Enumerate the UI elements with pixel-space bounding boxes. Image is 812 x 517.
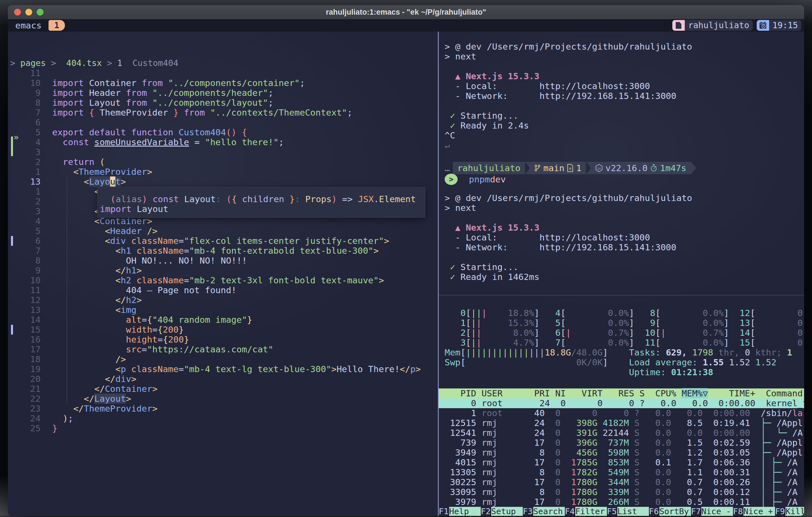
line-number: 21	[17, 384, 40, 394]
process-row[interactable]: 0 root 24 0 0 0 ? 0.0 0.0 0:00.00 kernel…	[439, 398, 804, 408]
code-line[interactable]: 6	[17, 118, 421, 127]
fn-key-f5[interactable]: F5	[607, 507, 617, 516]
line-number: 8	[17, 256, 40, 266]
process-row[interactable]: 12541 rmj 24 0 391G 22144 S 0.0 0.0 0:00…	[439, 428, 804, 438]
git-gutter-changed-mark-2	[11, 325, 13, 335]
code-line[interactable]: 2 return (	[17, 157, 421, 167]
process-row[interactable]: 12515 rmj 24 0 398G 4182M S 0.0 8.5 0:19…	[439, 418, 804, 428]
code-line[interactable]: 6 <div className="flex-col items-center …	[17, 236, 421, 246]
fn-key-f4[interactable]: F4	[565, 507, 575, 516]
fn-key-f2[interactable]: F2	[481, 507, 491, 516]
code-line[interactable]: 14 alt={"404 random image"}	[17, 315, 421, 325]
code-line[interactable]: 4 const someUnusedVariable = "hello ther…	[17, 137, 421, 147]
prompt-ellipsis: …	[445, 163, 450, 173]
changed-file-icon: ±	[567, 164, 573, 172]
lsp-hover-popup: (alias) const Layout: ({ children }: Pro…	[97, 187, 425, 218]
code-line[interactable]: 5 <Header />	[17, 226, 421, 236]
powerline-separator	[525, 162, 530, 174]
fn-key-f1[interactable]: F1	[439, 507, 449, 516]
code-line[interactable]: 25}	[17, 423, 421, 433]
meter-line: 3[|| 4.7%] 7[ 0.0%] 11[ 0.0%] 15[ 0.0%]	[445, 338, 804, 347]
fn-label-f2[interactable]: Setup	[491, 507, 523, 516]
process-row[interactable]: 1 root 40 0 0 0 ? 0.0 0.0 0:00.00 /sbin/…	[439, 408, 804, 418]
prompt-git-segment: main ± 1	[530, 162, 586, 174]
code-line[interactable]: 13 <Layout>	[17, 177, 421, 187]
line-number: 17	[17, 344, 40, 354]
code-line[interactable]: 4 <Container>	[17, 216, 421, 226]
htop-function-key-bar: F1Help F2Setup F3SearchF4FilterF5List F6…	[439, 507, 804, 516]
line-number: 10	[17, 275, 40, 285]
process-row[interactable]: 4015 rmj 17 0 1785G 853M S 0.1 1.7 0:06.…	[439, 458, 804, 467]
process-row[interactable]: 33095 rmj 8 0 1780G 339M S 0.0 0.7 0:00.…	[439, 487, 804, 497]
line-number: 20	[17, 374, 40, 384]
emacs-pane[interactable]: > pages > 404.tsx > 1 Custom404 1110impo…	[8, 32, 438, 516]
code-line[interactable]: 11 404 – Page not found!	[17, 285, 421, 295]
process-row[interactable]: 3979 rmj 17 0 1780G 266M S 0.0 0.5 0:00.…	[439, 497, 804, 507]
prompt-user-segment: rahuljuliato	[453, 162, 525, 174]
process-row[interactable]: 3949 rmj 8 0 456G 598M S 0.0 1.2 0:03.05…	[439, 448, 804, 458]
powerline-end	[691, 162, 696, 174]
fn-key-f8[interactable]: F8	[733, 507, 744, 516]
fn-label-f1[interactable]: Help	[449, 507, 481, 516]
process-row[interactable]: 739 rmj 17 0 396G 737M S 0.0 1.5 0:02.59…	[439, 438, 804, 448]
code-line[interactable]: 12 </h2>	[17, 295, 421, 305]
code-line[interactable]: 7import { ThemeProvider } from "../conte…	[17, 108, 421, 118]
line-number: 3	[17, 206, 40, 216]
line-number: 24	[17, 414, 40, 423]
fn-key-f6[interactable]: F6	[649, 507, 659, 516]
code-line[interactable]: 1 <ThemeProvider>	[17, 167, 421, 177]
fn-label-f3[interactable]: Search	[533, 507, 565, 516]
tmux-window-badge[interactable]: 1	[49, 20, 65, 31]
code-line[interactable]: 20 </div>	[17, 374, 421, 384]
line-number: 2	[17, 196, 40, 206]
dev-server-log-1: > @ dev /Users/rmj/Projects/github/rahul…	[445, 42, 692, 150]
line-number: 14	[17, 315, 40, 325]
code-line[interactable]: 9import Header from "../components/heade…	[17, 88, 421, 98]
code-line[interactable]: 18 />	[17, 354, 421, 364]
fn-label-f4[interactable]: Filter	[575, 507, 607, 516]
fn-key-f7[interactable]: F7	[691, 507, 701, 516]
shell-prompt: … rahuljuliato main ± 1 js v22.16.0 1m47…	[445, 162, 696, 174]
code-line[interactable]: 22 </Layout>	[17, 394, 421, 404]
fn-label-f5[interactable]: List	[617, 507, 649, 516]
tmux-status-bar: emacs 1 rahuljuliato 19:15	[8, 19, 804, 32]
terminal-line: > @ dev /Users/rmj/Projects/github/rahul…	[445, 193, 692, 203]
fn-label-f8[interactable]: Nice +	[744, 507, 775, 516]
terminal-pane[interactable]: > @ dev /Users/rmj/Projects/github/rahul…	[439, 32, 804, 516]
fn-key-f9[interactable]: F9	[775, 507, 785, 516]
code-line[interactable]: 13 <img	[17, 305, 421, 315]
code-line[interactable]: 3	[17, 147, 421, 157]
terminal-line: > next	[445, 203, 692, 213]
code-line[interactable]: 7 <h1 className="mb-4 font-extrabold tex…	[17, 246, 421, 256]
terminal-line	[445, 101, 692, 111]
fn-label-f9[interactable]: Kill	[785, 507, 804, 516]
code-line[interactable]: 19 <p className="mb-4 text-lg text-blue-…	[17, 364, 421, 374]
folder-icon	[672, 20, 685, 31]
code-line[interactable]: 8import Layout from "../components/layou…	[17, 98, 421, 108]
code-line[interactable]: 10import Container from "../components/c…	[17, 78, 421, 88]
process-row[interactable]: PID USER PRI NI VIRT RES S CPU% MEM%▽ TI…	[439, 389, 804, 398]
fn-label-f7[interactable]: Nice -	[701, 507, 733, 516]
code-line[interactable]: 10 <h2 className="mb-2 text-3xl font-bol…	[17, 275, 421, 285]
terminal-line: - Local: http://localhost:3000	[445, 81, 692, 91]
code-line[interactable]: 23 </ThemeProvider>	[17, 404, 421, 414]
window-titlebar[interactable]: rahuljuliato:1:emacs - "ek ~/P/g/rahulju…	[8, 5, 804, 20]
process-row[interactable]: 13305 rmj 8 0 1782G 549M S 0.0 1.1 0:00.…	[439, 467, 804, 477]
git-gutter-added-mark	[11, 136, 13, 156]
line-number: 6	[17, 236, 40, 246]
fn-key-f3[interactable]: F3	[523, 507, 533, 516]
code-line[interactable]: 15 width={200}	[17, 325, 421, 335]
code-line[interactable]: 16 height={200}	[17, 335, 421, 344]
terminal-line: ✓ Starting...	[445, 111, 692, 121]
code-line[interactable]: 5export default function Custom404() {	[17, 127, 421, 137]
code-line[interactable]: 8 OH NO!... NO! NO! NO!!!	[17, 256, 421, 266]
tmux-session-name[interactable]: emacs	[15, 20, 41, 31]
meter-line: 0[||| 18.8%] 4[ 0.0%] 8[ 0.0%] 12[ 0.0%]	[445, 308, 804, 318]
code-line[interactable]: 21 </Container>	[17, 384, 421, 394]
code-line[interactable]: 11	[17, 68, 421, 78]
fn-label-f6[interactable]: SortBy	[659, 507, 691, 516]
code-line[interactable]: 17 src="https://cataas.com/cat"	[17, 344, 421, 354]
code-line[interactable]: 24 );	[17, 414, 421, 423]
process-row[interactable]: 30225 rmj 17 0 1780G 344M S 0.0 0.7 0:00…	[439, 477, 804, 487]
code-line[interactable]: 9 </h1>	[17, 266, 421, 275]
